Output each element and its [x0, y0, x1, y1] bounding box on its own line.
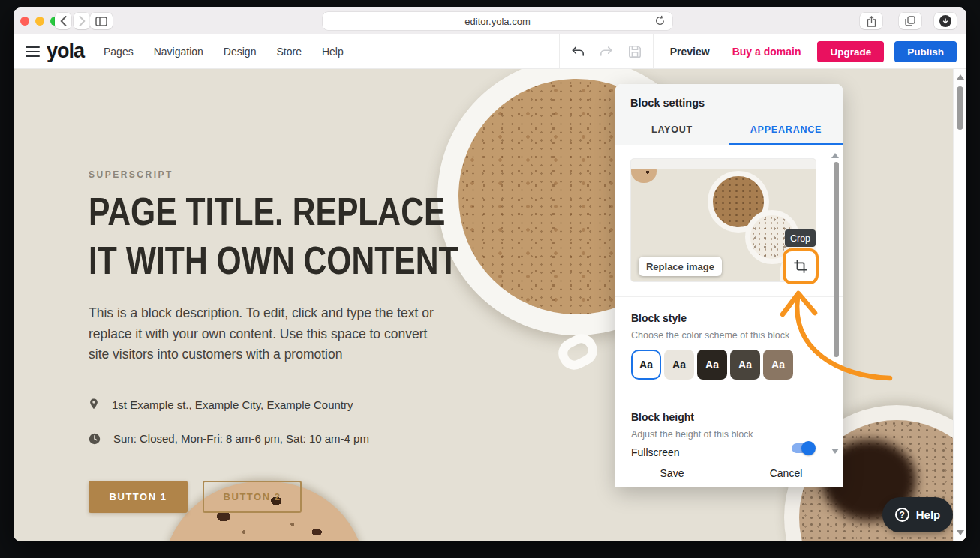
- toolbar-divider: [653, 34, 654, 69]
- yola-logo[interactable]: yola: [47, 40, 84, 63]
- downloads-button[interactable]: [934, 13, 957, 29]
- menu-item-pages[interactable]: Pages: [104, 46, 134, 58]
- redo-button[interactable]: [599, 46, 614, 58]
- brand-text: yola: [47, 40, 84, 62]
- hero-description[interactable]: This is a block description. To edit, cl…: [89, 303, 450, 365]
- share-button[interactable]: [860, 13, 882, 29]
- site-button-2[interactable]: BUTTON 2: [203, 481, 302, 513]
- panel-header: Block settings LAYOUT APPEARANCE: [615, 84, 843, 146]
- menu-item-help[interactable]: Help: [322, 46, 344, 58]
- menu-item-store[interactable]: Store: [276, 46, 301, 58]
- toolbar-actions: Preview Buy a domain Upgrade Publish: [559, 34, 957, 69]
- crop-tooltip: Crop: [785, 230, 816, 247]
- block-style-heading: Block style: [631, 312, 687, 324]
- swatch-black[interactable]: Aa: [697, 350, 727, 380]
- forward-icon: [79, 16, 86, 26]
- site-button-1[interactable]: BUTTON 1: [89, 481, 188, 513]
- address-bar[interactable]: editor.yola.com: [323, 12, 672, 30]
- editor-menu: Pages Navigation Design Store Help: [104, 34, 344, 69]
- active-tab-underline: [729, 143, 843, 146]
- buy-a-domain-button[interactable]: Buy a domain: [732, 46, 801, 58]
- help-button-label: Help: [916, 508, 941, 521]
- publish-button[interactable]: Publish: [894, 41, 957, 62]
- address-row[interactable]: 1st Example st., Example City, Example C…: [89, 398, 353, 411]
- scroll-up-arrow[interactable]: [957, 74, 964, 80]
- block-height-heading: Block height: [631, 411, 694, 423]
- section-divider: [615, 394, 843, 395]
- hero-title-line1: PAGE TITLE. REPLACE: [89, 188, 519, 236]
- close-window-button[interactable]: [20, 16, 29, 26]
- reload-icon: [654, 15, 666, 26]
- fullscreen-label: Fullscreen: [631, 446, 680, 458]
- browser-chrome: editor.yola.com: [14, 8, 966, 34]
- hero-superscript[interactable]: SUPERSCRIPT: [89, 170, 173, 180]
- hero-title[interactable]: PAGE TITLE. REPLACE IT WITH OWN CONTENT: [89, 188, 519, 285]
- hero-buttons: BUTTON 1 BUTTON 2: [89, 481, 302, 513]
- save-button[interactable]: [627, 45, 642, 58]
- toggle-knob: [801, 441, 816, 455]
- crop-button[interactable]: [786, 251, 816, 281]
- upgrade-button[interactable]: Upgrade: [817, 41, 884, 62]
- site-canvas: SUPERSCRIPT PAGE TITLE. REPLACE IT WITH …: [14, 69, 966, 542]
- browser-window: editor.yola.com yola Pages Navigation D: [14, 8, 966, 542]
- share-icon: [867, 16, 876, 27]
- editor-toolbar: yola Pages Navigation Design Store Help …: [14, 34, 966, 69]
- hours-text: Sun: Closed, Mon-Fri: 8 am-6 pm, Sat: 10…: [113, 432, 369, 445]
- coffee-cup-handle: [553, 328, 603, 374]
- fullscreen-toggle[interactable]: [792, 443, 814, 453]
- redo-icon: [600, 46, 613, 58]
- crop-icon: [793, 259, 808, 274]
- hamburger-menu-button[interactable]: [26, 46, 40, 57]
- swatch-light[interactable]: Aa: [631, 350, 661, 380]
- cancel-settings-button[interactable]: Cancel: [729, 458, 843, 488]
- tab-layout[interactable]: LAYOUT: [615, 124, 729, 135]
- panel-scrollbar-thumb[interactable]: [834, 162, 839, 357]
- scroll-down-arrow[interactable]: [957, 530, 964, 536]
- panel-footer: Save Cancel: [615, 458, 843, 488]
- panel-scroll-down-arrow[interactable]: [831, 448, 839, 454]
- hero-title-line2: IT WITH OWN CONTENT: [89, 236, 519, 285]
- minimize-window-button[interactable]: [35, 16, 44, 26]
- block-settings-panel: Block settings LAYOUT APPEARANCE Replace…: [615, 84, 843, 488]
- location-icon: [89, 398, 99, 411]
- swatch-dark-gray[interactable]: Aa: [730, 350, 760, 380]
- tab-overview-button[interactable]: [899, 13, 921, 29]
- color-scheme-swatches: Aa Aa Aa Aa Aa: [631, 350, 793, 380]
- address-text: 1st Example st., Example City, Example C…: [112, 398, 353, 411]
- undo-icon: [571, 46, 585, 58]
- toolbar-divider: [89, 34, 89, 69]
- replace-image-button[interactable]: Replace image: [639, 256, 722, 276]
- preview-button[interactable]: Preview: [670, 46, 710, 58]
- tab-appearance[interactable]: APPEARANCE: [729, 124, 843, 135]
- download-icon: [939, 15, 951, 27]
- menu-item-design[interactable]: Design: [224, 46, 257, 58]
- back-icon: [60, 16, 67, 26]
- section-divider: [615, 296, 843, 297]
- tabs-icon: [905, 16, 915, 26]
- reload-button[interactable]: [654, 15, 666, 26]
- page-scrollbar-thumb[interactable]: [957, 86, 963, 130]
- save-settings-button[interactable]: Save: [615, 458, 729, 488]
- menu-item-navigation[interactable]: Navigation: [154, 46, 203, 58]
- panel-scroll-up-arrow[interactable]: [831, 153, 839, 158]
- undo-button[interactable]: [570, 46, 585, 58]
- window-controls: [20, 16, 59, 26]
- hours-row[interactable]: Sun: Closed, Mon-Fri: 8 am-6 pm, Sat: 10…: [89, 432, 369, 445]
- toolbar-divider: [559, 34, 560, 69]
- clock-icon: [89, 433, 101, 445]
- save-icon: [628, 45, 642, 58]
- sidebar-icon: [95, 16, 107, 26]
- swatch-taupe[interactable]: Aa: [763, 350, 793, 380]
- block-height-subtitle: Adjust the height of this block: [631, 429, 753, 440]
- panel-title: Block settings: [630, 97, 705, 109]
- back-button[interactable]: [55, 13, 71, 29]
- question-mark-icon: ?: [895, 508, 909, 522]
- swatch-beige[interactable]: Aa: [664, 350, 694, 380]
- sidebar-toggle-button[interactable]: [90, 13, 113, 29]
- url-text: editor.yola.com: [464, 16, 530, 27]
- page-scrollbar[interactable]: [953, 69, 966, 542]
- help-button[interactable]: ? Help: [882, 497, 953, 532]
- block-style-subtitle: Choose the color scheme of this block: [631, 330, 789, 340]
- forward-button[interactable]: [74, 13, 90, 29]
